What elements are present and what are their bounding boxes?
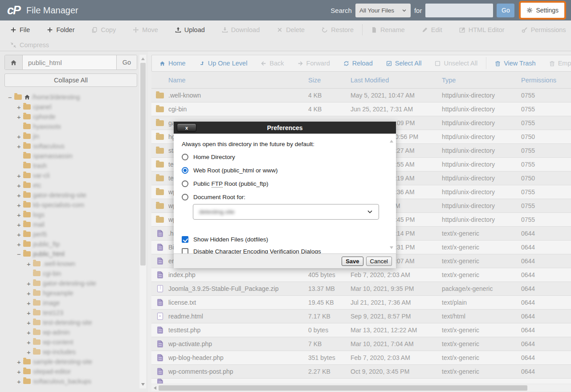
file-row-wp-blog-header-php[interactable]: wp-blog-header.php351 bytesFeb 7, 2020, … — [151, 351, 571, 365]
scroll-up-arrow-icon[interactable] — [390, 140, 393, 143]
path-home-button[interactable] — [5, 55, 23, 69]
checkbox-option-show-hidden-files-dotfiles[interactable]: Show Hidden Files (dotfiles) — [182, 235, 381, 243]
expand-icon[interactable]: + — [17, 172, 23, 180]
file-row-wp-activate-php[interactable]: wp-activate.php7 KBMar 10, 2021, 7:04 AM… — [151, 337, 571, 351]
column-header-last-modified[interactable]: Last Modified — [351, 77, 442, 84]
tree-item-sample-detesting-site[interactable]: +sample-detesting-site — [4, 357, 137, 367]
expand-icon[interactable]: + — [17, 113, 23, 121]
tree-item-cgi-bin[interactable]: cgi-bin — [4, 269, 137, 278]
tree-item-jin[interactable]: +jin — [4, 131, 137, 141]
expand-icon[interactable]: + — [27, 309, 33, 317]
column-header-permissions[interactable]: Permissions — [521, 77, 561, 84]
file-row[interactable] — [151, 379, 571, 384]
tree-item-softaculous-backups[interactable]: +softaculous_backups — [4, 376, 137, 386]
path-go-button[interactable]: Go — [116, 55, 137, 69]
tree-item-public-ftp[interactable]: +public_ftp — [4, 239, 137, 249]
tree-item-spamassassin[interactable]: spamassassin — [4, 151, 137, 161]
tree-item-cphorde[interactable]: +cphorde — [4, 112, 137, 122]
radio-option-public-ftp-root-public-ftp[interactable]: Public FTP Root (public_ftp) — [182, 180, 381, 188]
expand-icon[interactable]: + — [27, 260, 33, 268]
tree-item-etc[interactable]: +etc — [4, 180, 137, 190]
file-row-cgi-bin[interactable]: cgi-bin4 KBJun 25, 2021, 7:31 AMhttpd/un… — [151, 102, 571, 116]
nav-button-home[interactable]: Home — [153, 60, 192, 67]
nav-button-select-all[interactable]: Select All — [379, 60, 428, 67]
document-root-select[interactable]: detesting.site — [193, 204, 379, 220]
file-row-joomla-3-9-25-stable-full-package-zip[interactable]: Joomla_3.9.25-Stable-Full_Package.zip13.… — [151, 282, 571, 296]
collapse-icon[interactable]: − — [8, 94, 14, 101]
tree-item-hyaxosotx[interactable]: hyaxosotx — [4, 122, 137, 131]
checkbox-icon[interactable] — [182, 248, 188, 254]
toolbar-button-upload[interactable]: Upload — [167, 26, 213, 33]
expand-icon[interactable]: + — [17, 201, 23, 209]
nav-button-reload[interactable]: Reload — [337, 60, 379, 67]
radio-option-document-root-for[interactable]: Document Root for: — [182, 193, 381, 201]
close-icon[interactable]: x — [177, 123, 196, 132]
expand-icon[interactable]: + — [17, 358, 23, 366]
tree-item-image[interactable]: +image — [4, 298, 137, 308]
nav-button-up-one-level[interactable]: Up One Level — [192, 60, 254, 67]
tree-item-test-detesting-site[interactable]: +test-detesting-site — [4, 318, 137, 327]
checkbox-option-disable-character-encoding-verification-dialogs[interactable]: Disable Character Encoding Verification … — [182, 247, 381, 253]
nav-button-view-trash[interactable]: View Trash — [488, 60, 542, 67]
expand-icon[interactable]: + — [17, 378, 23, 385]
file-row-testtest-php[interactable]: testtest.php0 bytesMar 13, 2021, 12:22 A… — [151, 323, 571, 337]
tree-item-logs[interactable]: +logs — [4, 210, 137, 220]
horizontal-scrollbar[interactable] — [151, 384, 571, 391]
file-row-readme-html[interactable]: ‹›readme.html7.17 KBSep 9, 2021, 8:57 PM… — [151, 310, 571, 323]
radio-option-home-directory[interactable]: Home Directory — [182, 153, 381, 161]
tree-item-sitepad-editor[interactable]: +sitepad-editor — [4, 367, 137, 376]
file-row-index-php[interactable]: index.php405 bytesFeb 7, 2020, 2:03 AMte… — [151, 268, 571, 282]
tree-item-perl5[interactable]: +perl5 — [4, 229, 137, 239]
scroll-left-arrow-icon[interactable] — [154, 386, 156, 390]
tree-item-test123[interactable]: +test123 — [4, 308, 137, 318]
tree-item-gator-detesting-site[interactable]: +gator-detesting-site — [4, 278, 137, 288]
tree-item-softaculous[interactable]: +softaculous — [4, 141, 137, 151]
tree-item-cpanel[interactable]: +cpanel — [4, 102, 137, 112]
sidebar-scrollbar-thumb[interactable] — [140, 63, 146, 265]
expand-icon[interactable]: + — [17, 103, 23, 111]
scroll-up-arrow-icon[interactable] — [141, 57, 145, 60]
path-input[interactable] — [23, 55, 116, 69]
column-header-name[interactable]: Name — [168, 77, 308, 84]
checkbox-checked-icon[interactable] — [182, 236, 188, 243]
tree-item-wp-admin[interactable]: +wp-admin — [4, 327, 137, 337]
tree-item-public-html[interactable]: −public_html — [4, 249, 137, 259]
cancel-button[interactable]: Cancel — [366, 257, 392, 266]
tree-item-well-known[interactable]: +.well-known — [4, 259, 137, 269]
tree-item-gator-detesting-site[interactable]: +gator-detesting-site — [4, 190, 137, 200]
search-go-button[interactable]: Go — [497, 4, 514, 17]
scroll-down-arrow-icon[interactable] — [141, 383, 145, 386]
tree-item-var-cli[interactable]: +var-cli — [4, 171, 137, 180]
expand-icon[interactable]: + — [27, 348, 33, 356]
tree-item-trash[interactable]: trash — [4, 161, 137, 171]
toolbar-button-folder[interactable]: Folder — [38, 26, 83, 33]
tree-item-home3-detesting[interactable]: −/home3/detesting — [4, 92, 137, 102]
expand-icon[interactable]: + — [27, 339, 33, 346]
expand-icon[interactable]: + — [17, 241, 23, 248]
sidebar-scrollbar[interactable] — [139, 55, 146, 388]
expand-icon[interactable]: + — [17, 221, 23, 229]
search-input[interactable] — [425, 4, 493, 17]
radio-option-web-root-public-html-or-www[interactable]: Web Root (public_html or www) — [182, 166, 381, 174]
search-scope-select[interactable]: All Your Files — [355, 4, 411, 17]
expand-icon[interactable]: + — [27, 290, 33, 297]
expand-icon[interactable]: + — [17, 231, 23, 238]
expand-icon[interactable]: + — [17, 133, 23, 140]
column-header-size[interactable]: Size — [308, 77, 351, 84]
horizontal-scrollbar-thumb[interactable] — [159, 385, 527, 391]
expand-icon[interactable]: + — [27, 319, 33, 327]
radio-icon[interactable] — [182, 154, 188, 160]
toolbar-button-file[interactable]: File — [2, 26, 38, 33]
file-row-license-txt[interactable]: license.txt19.45 KBJul 21, 2021, 7:36 AM… — [151, 296, 571, 310]
radio-selected-icon[interactable] — [182, 167, 188, 174]
collapse-icon[interactable]: − — [17, 250, 23, 258]
expand-icon[interactable]: + — [27, 280, 33, 287]
tree-item-hgexample[interactable]: +hgexample — [4, 288, 137, 298]
tree-item-kb-specialists-com[interactable]: +kb-specialists-com — [4, 200, 137, 210]
settings-button[interactable]: Settings — [521, 3, 564, 18]
radio-icon[interactable] — [182, 180, 188, 187]
collapse-all-button[interactable]: Collapse All — [4, 74, 137, 87]
tree-item-wp-includes[interactable]: +wp-includes — [4, 347, 137, 357]
column-header-type[interactable]: Type — [442, 77, 521, 84]
expand-icon[interactable]: + — [17, 368, 23, 376]
